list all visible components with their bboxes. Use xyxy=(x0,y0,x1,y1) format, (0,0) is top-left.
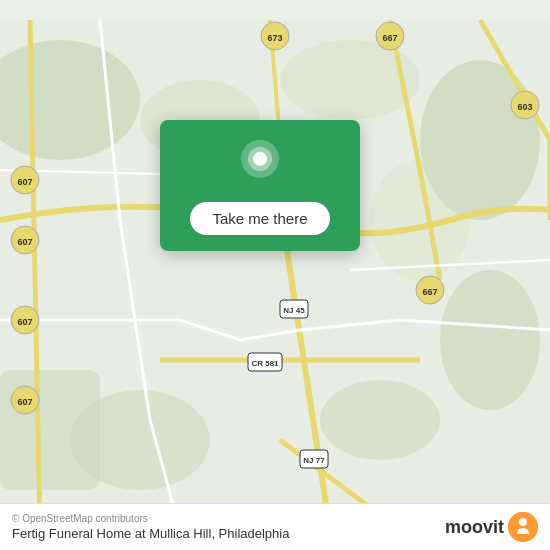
svg-text:667: 667 xyxy=(382,33,397,43)
bottom-left: © OpenStreetMap contributors Fertig Fune… xyxy=(12,513,289,541)
location-card: Take me there xyxy=(160,120,360,251)
attribution-text: © OpenStreetMap contributors xyxy=(12,513,289,524)
svg-text:603: 603 xyxy=(517,102,532,112)
svg-text:NJ 45: NJ 45 xyxy=(283,306,305,315)
svg-point-35 xyxy=(508,512,538,542)
svg-text:607: 607 xyxy=(17,177,32,187)
bottom-bar: © OpenStreetMap contributors Fertig Fune… xyxy=(0,503,550,550)
svg-point-34 xyxy=(253,152,267,166)
svg-text:607: 607 xyxy=(17,317,32,327)
svg-text:CR 581: CR 581 xyxy=(251,359,279,368)
take-me-there-button[interactable]: Take me there xyxy=(190,202,329,235)
moovit-brand-name: moovit xyxy=(445,517,504,538)
map-background: 607 607 607 607 673 667 667 603 NJ 45 CR… xyxy=(0,0,550,550)
location-title: Fertig Funeral Home at Mullica Hill, Phi… xyxy=(12,526,289,541)
moovit-logo: moovit xyxy=(445,512,538,542)
svg-point-6 xyxy=(320,380,440,460)
svg-point-8 xyxy=(280,40,420,120)
svg-point-3 xyxy=(440,270,540,410)
svg-text:607: 607 xyxy=(17,397,32,407)
pin-icon xyxy=(234,138,286,190)
svg-point-36 xyxy=(519,518,527,526)
map-container: 607 607 607 607 673 667 667 603 NJ 45 CR… xyxy=(0,0,550,550)
svg-point-5 xyxy=(70,390,210,490)
svg-text:607: 607 xyxy=(17,237,32,247)
svg-text:667: 667 xyxy=(422,287,437,297)
svg-text:673: 673 xyxy=(267,33,282,43)
moovit-icon xyxy=(508,512,538,542)
svg-text:NJ 77: NJ 77 xyxy=(303,456,325,465)
